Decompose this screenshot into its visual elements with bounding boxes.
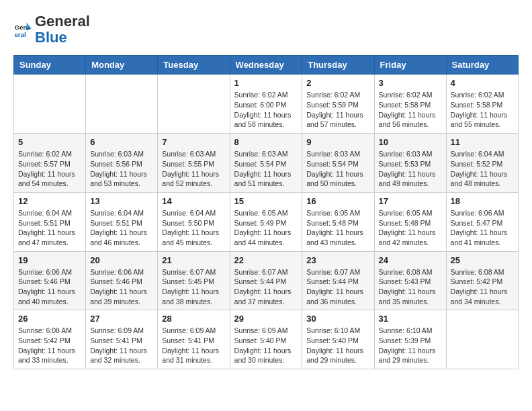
day-info: Sunrise: 6:02 AM Sunset: 5:58 PM Dayligh… bbox=[379, 90, 442, 130]
calendar-cell: 26Sunrise: 6:08 AM Sunset: 5:42 PM Dayli… bbox=[14, 310, 86, 369]
calendar-cell: 10Sunrise: 6:03 AM Sunset: 5:53 PM Dayli… bbox=[374, 134, 446, 193]
day-number: 30 bbox=[306, 314, 369, 324]
day-number: 23 bbox=[306, 255, 369, 265]
day-info: Sunrise: 6:07 AM Sunset: 5:44 PM Dayligh… bbox=[306, 267, 369, 307]
day-info: Sunrise: 6:05 AM Sunset: 5:48 PM Dayligh… bbox=[306, 208, 369, 248]
calendar-cell: 4Sunrise: 6:02 AM Sunset: 5:58 PM Daylig… bbox=[446, 75, 518, 134]
day-number: 20 bbox=[90, 255, 153, 265]
day-info: Sunrise: 6:08 AM Sunset: 5:42 PM Dayligh… bbox=[18, 326, 81, 365]
day-info: Sunrise: 6:03 AM Sunset: 5:55 PM Dayligh… bbox=[162, 149, 225, 189]
calendar-cell: 11Sunrise: 6:04 AM Sunset: 5:52 PM Dayli… bbox=[446, 134, 518, 193]
calendar-cell: 7Sunrise: 6:03 AM Sunset: 5:55 PM Daylig… bbox=[158, 134, 230, 193]
day-info: Sunrise: 6:02 AM Sunset: 5:58 PM Dayligh… bbox=[451, 90, 514, 130]
day-info: Sunrise: 6:09 AM Sunset: 5:41 PM Dayligh… bbox=[90, 326, 153, 365]
day-number: 8 bbox=[234, 137, 298, 147]
calendar-cell: 14Sunrise: 6:04 AM Sunset: 5:50 PM Dayli… bbox=[158, 192, 230, 251]
day-info: Sunrise: 6:06 AM Sunset: 5:47 PM Dayligh… bbox=[451, 208, 514, 248]
calendar-cell: 19Sunrise: 6:06 AM Sunset: 5:46 PM Dayli… bbox=[14, 251, 86, 310]
calendar-cell: 27Sunrise: 6:09 AM Sunset: 5:41 PM Dayli… bbox=[86, 310, 158, 369]
day-number: 9 bbox=[306, 137, 369, 147]
calendar-cell: 1Sunrise: 6:02 AM Sunset: 6:00 PM Daylig… bbox=[230, 75, 302, 134]
day-info: Sunrise: 6:07 AM Sunset: 5:44 PM Dayligh… bbox=[234, 267, 298, 307]
calendar-week-row: 1Sunrise: 6:02 AM Sunset: 6:00 PM Daylig… bbox=[14, 75, 519, 134]
day-number: 5 bbox=[18, 137, 81, 147]
day-number: 16 bbox=[306, 196, 369, 206]
day-info: Sunrise: 6:02 AM Sunset: 6:00 PM Dayligh… bbox=[234, 90, 298, 130]
day-info: Sunrise: 6:10 AM Sunset: 5:39 PM Dayligh… bbox=[379, 326, 442, 365]
day-number: 15 bbox=[234, 196, 298, 206]
day-number: 25 bbox=[451, 255, 514, 265]
calendar-cell bbox=[86, 75, 158, 134]
day-number: 1 bbox=[234, 78, 298, 88]
day-number: 10 bbox=[379, 137, 442, 147]
day-number: 28 bbox=[162, 314, 225, 324]
day-info: Sunrise: 6:04 AM Sunset: 5:52 PM Dayligh… bbox=[451, 149, 514, 189]
day-number: 21 bbox=[162, 255, 225, 265]
day-header-thursday: Thursday bbox=[302, 56, 374, 75]
calendar-cell: 5Sunrise: 6:02 AM Sunset: 5:57 PM Daylig… bbox=[14, 134, 86, 193]
day-info: Sunrise: 6:05 AM Sunset: 5:49 PM Dayligh… bbox=[234, 208, 298, 248]
logo-icon: Gen eral bbox=[13, 20, 32, 39]
calendar-table: SundayMondayTuesdayWednesdayThursdayFrid… bbox=[13, 55, 519, 369]
calendar-week-row: 5Sunrise: 6:02 AM Sunset: 5:57 PM Daylig… bbox=[14, 134, 519, 193]
day-number: 24 bbox=[379, 255, 442, 265]
calendar-cell: 29Sunrise: 6:09 AM Sunset: 5:40 PM Dayli… bbox=[230, 310, 302, 369]
day-number: 19 bbox=[18, 255, 81, 265]
day-number: 6 bbox=[90, 137, 153, 147]
day-number: 22 bbox=[234, 255, 298, 265]
calendar-cell: 18Sunrise: 6:06 AM Sunset: 5:47 PM Dayli… bbox=[446, 192, 518, 251]
calendar-cell: 22Sunrise: 6:07 AM Sunset: 5:44 PM Dayli… bbox=[230, 251, 302, 310]
calendar-cell: 8Sunrise: 6:03 AM Sunset: 5:54 PM Daylig… bbox=[230, 134, 302, 193]
day-info: Sunrise: 6:03 AM Sunset: 5:53 PM Dayligh… bbox=[379, 149, 442, 189]
header: Gen eral General Blue bbox=[13, 13, 519, 46]
calendar-week-row: 19Sunrise: 6:06 AM Sunset: 5:46 PM Dayli… bbox=[14, 251, 519, 310]
day-number: 3 bbox=[379, 78, 442, 88]
calendar-cell: 2Sunrise: 6:02 AM Sunset: 5:59 PM Daylig… bbox=[302, 75, 374, 134]
day-number: 29 bbox=[234, 314, 298, 324]
day-info: Sunrise: 6:04 AM Sunset: 5:51 PM Dayligh… bbox=[90, 208, 153, 248]
day-header-saturday: Saturday bbox=[446, 56, 518, 75]
calendar-cell: 6Sunrise: 6:03 AM Sunset: 5:56 PM Daylig… bbox=[86, 134, 158, 193]
day-number: 26 bbox=[18, 314, 81, 324]
day-info: Sunrise: 6:04 AM Sunset: 5:50 PM Dayligh… bbox=[162, 208, 225, 248]
calendar-cell bbox=[446, 310, 518, 369]
day-info: Sunrise: 6:03 AM Sunset: 5:56 PM Dayligh… bbox=[90, 149, 153, 189]
calendar-week-row: 26Sunrise: 6:08 AM Sunset: 5:42 PM Dayli… bbox=[14, 310, 519, 369]
day-info: Sunrise: 6:10 AM Sunset: 5:40 PM Dayligh… bbox=[306, 326, 369, 365]
day-info: Sunrise: 6:05 AM Sunset: 5:48 PM Dayligh… bbox=[379, 208, 442, 248]
page: Gen eral General Blue SundayMondayTuesda… bbox=[0, 0, 532, 376]
day-number: 12 bbox=[18, 196, 81, 206]
day-number: 11 bbox=[451, 137, 514, 147]
day-info: Sunrise: 6:04 AM Sunset: 5:51 PM Dayligh… bbox=[18, 208, 81, 248]
calendar-cell: 23Sunrise: 6:07 AM Sunset: 5:44 PM Dayli… bbox=[302, 251, 374, 310]
calendar-cell: 16Sunrise: 6:05 AM Sunset: 5:48 PM Dayli… bbox=[302, 192, 374, 251]
day-info: Sunrise: 6:03 AM Sunset: 5:54 PM Dayligh… bbox=[234, 149, 298, 189]
day-info: Sunrise: 6:06 AM Sunset: 5:46 PM Dayligh… bbox=[90, 267, 153, 307]
calendar-week-row: 12Sunrise: 6:04 AM Sunset: 5:51 PM Dayli… bbox=[14, 192, 519, 251]
calendar-cell: 30Sunrise: 6:10 AM Sunset: 5:40 PM Dayli… bbox=[302, 310, 374, 369]
day-info: Sunrise: 6:09 AM Sunset: 5:40 PM Dayligh… bbox=[234, 326, 298, 365]
calendar-cell: 31Sunrise: 6:10 AM Sunset: 5:39 PM Dayli… bbox=[374, 310, 446, 369]
day-info: Sunrise: 6:08 AM Sunset: 5:42 PM Dayligh… bbox=[451, 267, 514, 307]
day-number: 14 bbox=[162, 196, 225, 206]
day-info: Sunrise: 6:03 AM Sunset: 5:54 PM Dayligh… bbox=[306, 149, 369, 189]
day-number: 17 bbox=[379, 196, 442, 206]
day-number: 27 bbox=[90, 314, 153, 324]
day-info: Sunrise: 6:08 AM Sunset: 5:43 PM Dayligh… bbox=[379, 267, 442, 307]
day-number: 4 bbox=[451, 78, 514, 88]
day-header-sunday: Sunday bbox=[14, 56, 86, 75]
calendar-cell: 9Sunrise: 6:03 AM Sunset: 5:54 PM Daylig… bbox=[302, 134, 374, 193]
calendar-cell bbox=[14, 75, 86, 134]
day-header-friday: Friday bbox=[374, 56, 446, 75]
calendar-cell: 20Sunrise: 6:06 AM Sunset: 5:46 PM Dayli… bbox=[86, 251, 158, 310]
calendar-cell: 15Sunrise: 6:05 AM Sunset: 5:49 PM Dayli… bbox=[230, 192, 302, 251]
day-header-monday: Monday bbox=[86, 56, 158, 75]
calendar-header-row: SundayMondayTuesdayWednesdayThursdayFrid… bbox=[14, 56, 519, 75]
day-number: 18 bbox=[451, 196, 514, 206]
calendar-cell: 13Sunrise: 6:04 AM Sunset: 5:51 PM Dayli… bbox=[86, 192, 158, 251]
svg-text:Gen: Gen bbox=[14, 24, 27, 31]
calendar-cell: 17Sunrise: 6:05 AM Sunset: 5:48 PM Dayli… bbox=[374, 192, 446, 251]
day-info: Sunrise: 6:06 AM Sunset: 5:46 PM Dayligh… bbox=[18, 267, 81, 307]
day-info: Sunrise: 6:02 AM Sunset: 5:59 PM Dayligh… bbox=[306, 90, 369, 130]
day-info: Sunrise: 6:02 AM Sunset: 5:57 PM Dayligh… bbox=[18, 149, 81, 189]
